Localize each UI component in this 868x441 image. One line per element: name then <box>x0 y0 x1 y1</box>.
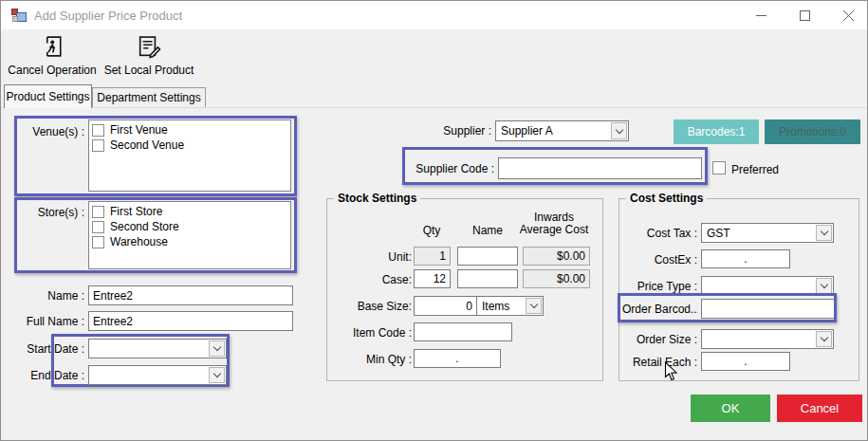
app-form-icon <box>11 8 27 23</box>
supplier-combobox[interactable]: Supplier A <box>495 120 629 141</box>
min-qty-input[interactable] <box>414 349 501 368</box>
minimize-button[interactable] <box>740 1 782 29</box>
base-size-unit-value: Items <box>482 300 509 313</box>
cancel-operation-button[interactable]: Cancel Operation <box>7 31 98 82</box>
tab-product-settings[interactable]: Product Settings <box>4 84 92 108</box>
tab-product-settings-label: Product Settings <box>6 90 89 103</box>
costex-input[interactable] <box>701 249 790 268</box>
store-list-item[interactable]: Warehouse <box>89 234 290 249</box>
maximize-button[interactable] <box>784 1 825 29</box>
supplier-code-input[interactable] <box>498 157 702 179</box>
ok-button[interactable]: OK <box>691 395 770 422</box>
stores-listbox[interactable]: First Store Second Store Warehouse <box>88 201 291 269</box>
chevron-down-icon[interactable] <box>209 367 225 383</box>
stock-settings-title: Stock Settings <box>334 192 420 205</box>
store-list-item[interactable]: First Store <box>89 204 290 219</box>
window-title: Add Supplier Price Product <box>34 9 182 23</box>
chevron-down-icon[interactable] <box>816 225 832 241</box>
checkbox-second-store[interactable] <box>92 221 104 233</box>
case-inwards-cost-field[interactable] <box>523 269 590 288</box>
exit-door-icon <box>39 31 65 62</box>
order-barcode-highlight-box <box>618 293 837 322</box>
supplier-label: Supplier : <box>416 124 491 138</box>
costex-label: CostEx : <box>619 253 697 266</box>
supplier-value: Supplier A <box>501 124 553 138</box>
case-name-field[interactable] <box>457 269 518 288</box>
venue-option-label: Second Venue <box>110 138 184 152</box>
edit-list-icon <box>136 31 162 62</box>
unit-inwards-cost-field[interactable] <box>523 247 590 266</box>
chevron-down-icon[interactable] <box>209 340 225 357</box>
mouse-cursor <box>664 361 678 385</box>
store-option-label: Warehouse <box>110 235 168 248</box>
cost-tax-combobox[interactable]: GST <box>701 223 834 243</box>
full-name-label: Full Name : <box>9 315 84 328</box>
start-date-label: Start Date : <box>9 342 84 356</box>
preferred-label: Preferred <box>731 163 779 176</box>
base-size-label: Base Size: <box>345 300 412 313</box>
venues-listbox[interactable]: First Venue Second Venue <box>88 119 291 192</box>
checkbox-second-venue[interactable] <box>92 139 104 152</box>
start-date-combobox[interactable] <box>88 339 227 358</box>
chevron-down-icon[interactable] <box>816 278 832 294</box>
venues-label: Venue(s) : <box>9 125 84 138</box>
retail-each-label: Retail Each : <box>619 356 697 369</box>
min-qty-label: Min Qty : <box>336 353 412 366</box>
qty-column-header: Qty <box>411 225 452 237</box>
tabstrip-divider <box>1 107 867 108</box>
inwards-avg-cost-column-header: Inwards Average Cost <box>515 211 593 236</box>
item-code-input[interactable] <box>414 322 512 341</box>
supplier-code-label: Supplier Code : <box>407 162 494 175</box>
cancel-operation-label: Cancel Operation <box>8 64 96 77</box>
venue-list-item[interactable]: Second Venue <box>89 138 290 153</box>
case-qty-field[interactable] <box>414 269 451 288</box>
stores-label: Store(s) : <box>9 206 84 219</box>
base-size-value-field[interactable] <box>414 296 477 316</box>
unit-name-field[interactable] <box>457 247 518 266</box>
promotions-badge-button[interactable]: Promotions:0 <box>765 119 860 144</box>
base-size-unit-combobox[interactable]: Items <box>476 296 544 316</box>
title-bar: Add Supplier Price Product <box>1 1 867 29</box>
tab-department-settings-label: Department Settings <box>97 91 200 104</box>
end-date-combobox[interactable] <box>88 365 227 385</box>
barcodes-badge-button[interactable]: Barcodes:1 <box>674 119 759 144</box>
store-option-label: First Store <box>110 205 162 218</box>
name-label: Name : <box>9 289 84 303</box>
cost-tax-value: GST <box>707 227 730 240</box>
store-option-label: Second Store <box>110 220 179 233</box>
price-type-label: Price Type : <box>619 280 697 293</box>
retail-each-input[interactable] <box>701 352 790 371</box>
tab-department-settings[interactable]: Department Settings <box>92 87 206 107</box>
item-code-label: Item Code : <box>336 326 412 340</box>
chevron-down-icon[interactable] <box>526 298 542 314</box>
chevron-down-icon[interactable] <box>816 331 832 347</box>
cancel-button[interactable]: Cancel <box>777 395 862 422</box>
set-local-product-label: Set Local Product <box>104 64 194 77</box>
stock-settings-group: Stock Settings Qty Name Inwards Average … <box>326 198 603 381</box>
preferred-checkbox[interactable] <box>712 161 726 175</box>
checkbox-warehouse[interactable] <box>92 236 104 248</box>
close-button[interactable] <box>827 1 868 29</box>
store-list-item[interactable]: Second Store <box>89 219 290 234</box>
chevron-down-icon[interactable] <box>611 122 627 139</box>
checkbox-first-venue[interactable] <box>92 124 104 137</box>
full-name-input[interactable] <box>88 311 293 331</box>
cost-settings-title: Cost Settings <box>626 192 707 205</box>
unit-label: Unit: <box>355 250 412 264</box>
order-size-combobox[interactable] <box>701 329 834 349</box>
order-size-label: Order Size : <box>619 333 697 346</box>
toolbar: Cancel Operation Set Local Product <box>1 29 867 83</box>
unit-qty-field[interactable] <box>414 247 451 266</box>
name-input[interactable] <box>88 285 293 305</box>
cost-settings-group: Cost Settings Cost Tax : GST CostEx : Pr… <box>619 198 859 381</box>
set-local-product-button[interactable]: Set Local Product <box>100 31 198 82</box>
add-supplier-price-product-dialog: Add Supplier Price Product Cancel Operat… <box>0 0 868 441</box>
cost-tax-label: Cost Tax : <box>619 227 697 240</box>
venue-list-item[interactable]: First Venue <box>89 122 290 138</box>
checkbox-first-store[interactable] <box>92 206 104 218</box>
venue-option-label: First Venue <box>110 123 168 137</box>
case-label: Case: <box>355 273 412 286</box>
end-date-label: End Date : <box>9 369 84 382</box>
name-column-header: Name <box>457 225 518 237</box>
